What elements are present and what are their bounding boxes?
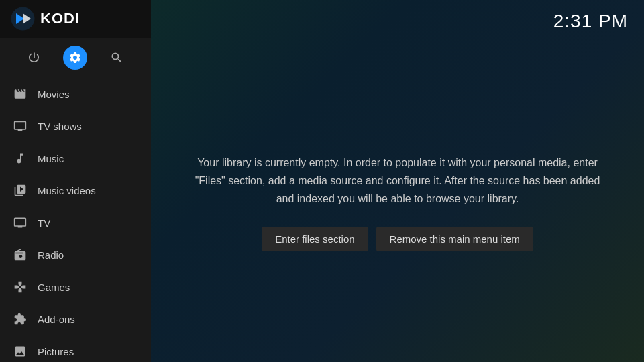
add-ons-icon (11, 310, 30, 328)
content-area: Your library is currently empty. In orde… (151, 43, 644, 362)
music-label: Music (38, 153, 64, 164)
message-box: Your library is currently empty. In orde… (191, 154, 604, 252)
pictures-label: Pictures (38, 346, 74, 357)
music-videos-label: Music videos (38, 185, 96, 196)
sidebar-item-movies[interactable]: Movies (0, 78, 151, 110)
main-content: 2:31 PM Your library is currently empty.… (151, 0, 644, 362)
music-icon (11, 149, 30, 168)
add-ons-label: Add-ons (38, 314, 75, 325)
sidebar-item-music-videos[interactable]: Music videos (0, 174, 151, 206)
music-videos-icon (11, 181, 30, 200)
sidebar-item-pictures[interactable]: Pictures (0, 335, 151, 362)
enter-files-button[interactable]: Enter files section (262, 227, 368, 251)
sidebar: KODI Movies TV shows (0, 0, 151, 362)
time-display: 2:31 PM (553, 11, 628, 32)
radio-label: Radio (38, 249, 64, 261)
sidebar-item-games[interactable]: Games (0, 271, 151, 303)
app-title: KODI (40, 10, 80, 27)
nav-items-list: Movies TV shows Music Music videos TV (0, 78, 151, 362)
kodi-logo (11, 7, 35, 31)
search-button[interactable] (105, 46, 129, 70)
empty-library-message: Your library is currently empty. In orde… (191, 154, 604, 208)
sidebar-item-tv[interactable]: TV (0, 206, 151, 239)
movies-icon (11, 84, 30, 103)
sidebar-header: KODI (0, 0, 151, 38)
remove-menu-item-button[interactable]: Remove this main menu item (376, 227, 533, 251)
games-icon (11, 278, 30, 296)
tv-shows-label: TV shows (38, 121, 82, 132)
settings-button[interactable] (63, 46, 87, 70)
movies-label: Movies (38, 88, 70, 100)
power-button[interactable] (22, 46, 46, 70)
sidebar-item-music[interactable]: Music (0, 142, 151, 174)
action-buttons: Enter files section Remove this main men… (191, 227, 604, 251)
top-bar: 2:31 PM (151, 0, 644, 43)
tv-label: TV (38, 217, 50, 229)
tv-shows-icon (11, 117, 30, 135)
pictures-icon (11, 342, 30, 361)
radio-icon (11, 245, 30, 264)
sidebar-item-radio[interactable]: Radio (0, 239, 151, 271)
sidebar-item-tv-shows[interactable]: TV shows (0, 110, 151, 142)
top-icons-bar (0, 38, 151, 78)
sidebar-item-add-ons[interactable]: Add-ons (0, 303, 151, 335)
tv-icon (11, 213, 30, 232)
games-label: Games (38, 282, 70, 293)
